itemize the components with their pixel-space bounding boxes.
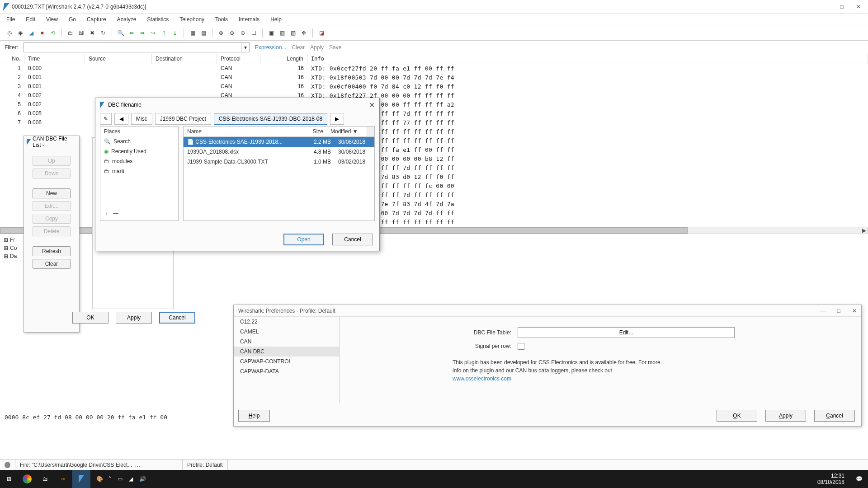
signal-per-row-checkbox[interactable] [518, 343, 524, 350]
col-modified[interactable]: Modified ▼ [327, 127, 367, 136]
explorer-icon[interactable]: 🗂 [36, 470, 54, 488]
app-icon[interactable]: 🎨 [90, 470, 108, 488]
dbc-down-button[interactable]: Down [33, 169, 71, 178]
list-item[interactable]: CAPWAP-DATA [234, 366, 339, 376]
list-item[interactable]: CAPWAP-CONTROL [234, 357, 339, 366]
dbc-apply-button[interactable]: Apply [116, 312, 152, 324]
filter-dropdown-icon[interactable]: ▾ [241, 43, 249, 52]
col-info[interactable]: Info [307, 54, 868, 64]
dbc-table-edit-button[interactable]: Edit... [518, 327, 735, 338]
menu-go[interactable]: Go [69, 16, 76, 23]
menu-capture[interactable]: Capture [87, 16, 106, 23]
filedlg-filelist[interactable]: Name Size Modified ▼ 📄 CSS-Electronics-S… [183, 126, 375, 221]
file-row[interactable]: 📄 CSS-Electronics-SAE-J1939-2018...2.2 M… [184, 137, 374, 147]
tray-chevron-icon[interactable]: ˄ [108, 476, 111, 482]
filedlg-forward-icon[interactable]: ▶ [330, 113, 344, 125]
filter-save[interactable]: Save [329, 44, 341, 51]
status-profile[interactable]: Profile: Default [187, 462, 223, 468]
dbc-up-button[interactable]: Up [33, 156, 71, 166]
breadcrumb[interactable]: Misc [131, 113, 152, 125]
pref-help-button[interactable]: Help [238, 410, 270, 422]
expert-info-icon[interactable] [5, 462, 10, 468]
dbc-clear-button[interactable]: Clear [33, 259, 71, 269]
dbc-copy-button[interactable]: Copy [33, 214, 71, 224]
wifi-icon[interactable]: ◢ [129, 476, 133, 482]
zoom-in-icon[interactable]: ⊕ [216, 28, 226, 38]
capture-restart-icon[interactable]: ⟲ [48, 28, 58, 38]
minimize-icon[interactable]: — [822, 4, 828, 10]
zoom-reset-icon[interactable]: ⊙ [238, 28, 248, 38]
colorize-icon[interactable]: ▦ [188, 28, 198, 38]
menu-edit[interactable]: Edit [26, 16, 35, 23]
autoscroll-icon[interactable]: ▤ [198, 28, 208, 38]
maximize-icon[interactable]: □ [837, 308, 840, 314]
help-icon[interactable]: ◪ [316, 28, 326, 38]
pref-link[interactable]: www.csselectronics.com [453, 375, 511, 382]
packet-row[interactable]: 20.001CAN16XTD: 0x18f00503 7d 00 00 7d 7… [0, 73, 868, 82]
volume-icon[interactable]: 🔊 [139, 476, 146, 482]
filedlg-cancel-button[interactable]: Cancel [332, 234, 373, 245]
menu-statistics[interactable]: Statistics [147, 16, 169, 23]
filedlg-open-button[interactable]: Open [283, 234, 324, 245]
filter-input-combo[interactable]: ▾ [24, 42, 250, 52]
expand-icon[interactable]: ⊞ [4, 253, 8, 259]
dbc-refresh-button[interactable]: Refresh [33, 246, 71, 256]
file-row[interactable]: 1939DA_201808.xlsx4.8 MB30/08/2018 [184, 147, 374, 157]
places-recent[interactable]: ◉Recently Used [100, 146, 178, 156]
list-item[interactable]: CAN [234, 337, 339, 347]
capture-stop-icon[interactable]: ■ [37, 28, 47, 38]
minimize-icon[interactable]: — [820, 308, 826, 314]
display-filters-icon[interactable]: ▥ [277, 28, 287, 38]
dbc-delete-button[interactable]: Delete [33, 226, 71, 236]
menu-internals[interactable]: Internals [239, 16, 259, 23]
file-row[interactable]: J1939-Sample-Data-CL3000.TXT1.0 MB03/02/… [184, 157, 374, 167]
remove-bookmark-icon[interactable]: — [113, 210, 118, 218]
battery-icon[interactable]: ▭ [118, 476, 123, 482]
add-bookmark-icon[interactable]: ＋ [104, 210, 109, 218]
col-name[interactable]: Name [184, 127, 295, 136]
go-first-icon[interactable]: ⤒ [159, 28, 169, 38]
menu-telephony[interactable]: Telephony [179, 16, 204, 23]
preferences-icon[interactable]: ✥ [299, 28, 309, 38]
coloring-rules-icon[interactable]: ▧ [288, 28, 298, 38]
places-search[interactable]: 🔍Search [100, 136, 178, 146]
find-icon[interactable]: 🔍 [116, 28, 126, 38]
dbc-cancel-button[interactable]: Cancel [159, 312, 195, 324]
breadcrumb-current[interactable]: CSS-Electronics-SAE-J1939-DBC-2018-08 [214, 113, 327, 125]
open-file-icon[interactable]: 🗀 [66, 28, 75, 38]
col-source[interactable]: Source [85, 54, 152, 64]
packet-row[interactable]: 10.000CAN16XTD: 0x0cef27fd 20 ff fa e1 f… [0, 64, 868, 73]
capture-interfaces-icon[interactable]: ◎ [5, 28, 14, 38]
close-icon[interactable]: ✕ [852, 308, 857, 314]
list-item[interactable]: C12.22 [234, 317, 339, 327]
filter-expression-link[interactable]: Expression... [255, 44, 286, 51]
save-file-icon[interactable]: 🖫 [76, 28, 86, 38]
go-forward-icon[interactable]: ➡ [137, 28, 147, 38]
capture-filters-icon[interactable]: ▣ [266, 28, 276, 38]
dbc-ok-button[interactable]: OK [72, 312, 108, 324]
pref-cancel-button[interactable]: Cancel [814, 410, 855, 422]
go-last-icon[interactable]: ⤓ [170, 28, 180, 38]
zoom-out-icon[interactable]: ⊖ [227, 28, 237, 38]
start-button[interactable]: ⊞ [0, 470, 18, 488]
pref-ok-button[interactable]: OK [717, 410, 757, 422]
col-destination[interactable]: Destination [152, 54, 217, 64]
expand-icon[interactable]: ⊞ [4, 245, 8, 251]
menu-tools[interactable]: Tools [215, 16, 228, 23]
col-size[interactable]: Size [295, 127, 327, 136]
maximize-icon[interactable]: □ [840, 4, 844, 10]
menu-analyze[interactable]: Analyze [117, 16, 137, 23]
filedlg-back-icon[interactable]: ◀ [114, 113, 128, 125]
menu-help[interactable]: Help [270, 16, 282, 23]
places-folder[interactable]: 🗀marti [100, 166, 178, 176]
packet-row[interactable]: 30.001CAN16XTD: 0x0cf00400 f0 7d 84 c0 1… [0, 82, 868, 91]
dbc-new-button[interactable]: New [33, 188, 71, 198]
menu-view[interactable]: View [46, 16, 58, 23]
filter-apply[interactable]: Apply [310, 44, 324, 51]
filter-clear[interactable]: Clear [292, 44, 305, 51]
pref-protocol-list[interactable]: C12.22 CAMEL CAN CAN DBC CAPWAP-CONTROL … [234, 317, 340, 403]
close-icon[interactable]: ✕ [856, 4, 861, 10]
list-item-selected[interactable]: CAN DBC [234, 347, 339, 357]
close-icon[interactable]: ✕ [369, 101, 375, 109]
col-length[interactable]: Length [260, 54, 307, 64]
